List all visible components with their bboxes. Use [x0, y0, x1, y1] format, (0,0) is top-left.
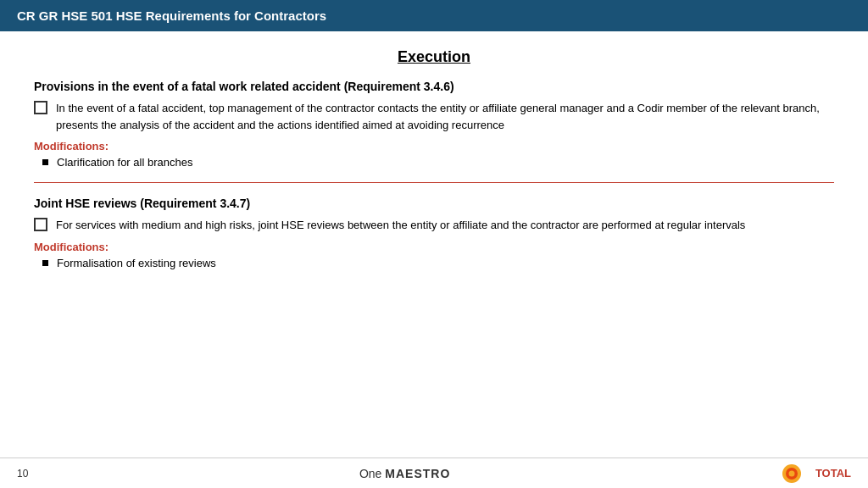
bullet-square-1 [42, 159, 48, 165]
section-title: Execution [34, 48, 834, 66]
req2-heading: Joint HSE reviews (Requirement 3.4.7) [34, 197, 834, 210]
header-bar: CR GR HSE 501 HSE Requirements for Contr… [0, 0, 868, 31]
req2-bullet-text: Formalisation of existing reviews [57, 257, 216, 269]
footer-brand-one: One [359, 467, 385, 480]
bullet-square-2 [42, 260, 48, 266]
req2-bullet-item: Formalisation of existing reviews [42, 257, 834, 269]
header-title: CR GR HSE 501 HSE Requirements for Contr… [17, 8, 326, 23]
req1-modifications-label: Modifications: [34, 140, 834, 152]
requirement-2-block: Joint HSE reviews (Requirement 3.4.7) Fo… [34, 197, 834, 269]
req1-bullet-item: Clarification for all branches [42, 156, 834, 169]
checkbox-icon-2 [34, 218, 47, 231]
checkbox-icon-1 [34, 101, 47, 114]
requirement-1-block: Provisions in the event of a fatal work … [34, 80, 834, 169]
req1-body-text: In the event of a fatal accident, top ma… [56, 100, 834, 133]
req2-body-text: For services with medium and high risks,… [56, 217, 745, 234]
footer: 10 One MAESTRO TOTAL [0, 458, 868, 488]
req1-checkbox-item: In the event of a fatal accident, top ma… [34, 100, 834, 133]
total-logo-icon [782, 463, 812, 484]
req2-modifications-label: Modifications: [34, 241, 834, 253]
req1-bullet-text: Clarification for all branches [57, 156, 192, 169]
total-logo-text: TOTAL [815, 467, 851, 480]
footer-logo-wrapper: TOTAL [782, 463, 851, 484]
svg-point-2 [788, 470, 794, 476]
req2-checkbox-item: For services with medium and high risks,… [34, 217, 834, 234]
footer-brand-maestro: MAESTRO [385, 467, 450, 480]
req1-heading: Provisions in the event of a fatal work … [34, 80, 834, 93]
section-divider [34, 182, 834, 183]
footer-page-number: 10 [17, 468, 28, 480]
footer-brand: One MAESTRO [359, 467, 450, 480]
main-content: Execution Provisions in the event of a f… [0, 31, 868, 288]
